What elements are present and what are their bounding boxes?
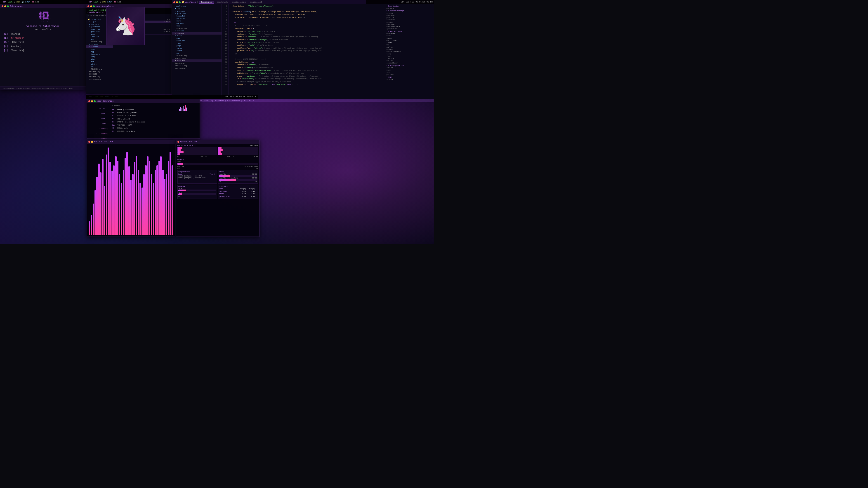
tree-app[interactable]: app <box>86 51 113 53</box>
nvim-tree-readme-p[interactable]: README.org <box>172 27 221 30</box>
rp-term[interactable]: term <box>384 53 434 55</box>
nvim-tree-flakelock[interactable]: flake.lock <box>172 57 221 59</box>
rp-wmtype[interactable]: wmType <box>384 46 434 48</box>
neo-min[interactable] <box>91 100 93 102</box>
rp-timezone[interactable]: timezone <box>384 19 434 21</box>
tree-pkgs[interactable]: pkgs <box>86 58 113 60</box>
rp-nx-system[interactable]: system <box>384 67 434 69</box>
rp-bootmode[interactable]: bootMode <box>384 23 434 26</box>
tree-license[interactable]: LICENSE <box>86 73 113 75</box>
code-ln26: theme = "wunicorn-yt"; # selected theme … <box>230 75 382 77</box>
neo-close[interactable] <box>88 100 90 102</box>
rp-fontpkg[interactable]: fontPkg <box>384 57 434 60</box>
rp-locale[interactable]: locale <box>384 21 434 23</box>
fm-max[interactable] <box>93 5 95 7</box>
nvim-code[interactable]: description = "Flake of LibrePhoenix"; o… <box>228 4 384 99</box>
neo-max[interactable] <box>94 100 96 102</box>
nvim-tree-patches-dir[interactable]: ▸ patches <box>172 10 221 12</box>
sysmon-close[interactable] <box>178 141 179 143</box>
rp-profile[interactable]: profile <box>384 17 434 19</box>
tree-readme-top[interactable]: README.org <box>86 75 113 78</box>
rp-pkgs-system[interactable]: system <box>384 78 434 80</box>
nvim-tree-pkgs2[interactable]: pkgs <box>172 44 221 47</box>
nvim-tab-flakenix[interactable]: flake.nix <box>199 1 214 4</box>
nvim-min[interactable] <box>176 1 178 3</box>
nvim-tree-installsh[interactable]: install.sh <box>172 67 221 69</box>
code-ln29: wmType = if (wm == "hyprland") then "way… <box>230 83 382 86</box>
nvim-tab-installsh[interactable]: install.sh <box>248 1 264 3</box>
rp-system[interactable]: system <box>384 12 434 14</box>
nvim-tree-profiles[interactable]: ▾ profiles <box>172 12 221 15</box>
rp-bootmountpath[interactable]: bootMountPath <box>384 26 434 28</box>
fm-close[interactable] <box>88 5 89 7</box>
nvim-tab-installorg[interactable]: install.org <box>230 1 247 3</box>
rp-hostname[interactable]: hostname <box>384 14 434 17</box>
nvim-tree-style2[interactable]: style <box>172 50 221 52</box>
max-btn[interactable] <box>7 5 9 7</box>
qb-link-search[interactable]: [o] [Search] <box>4 32 82 36</box>
sysmon-title: System Monitor <box>180 141 197 143</box>
qb-link-newtab[interactable]: [t] [New tab] <box>4 44 82 48</box>
rp-nx-patches[interactable]: patches <box>384 73 434 76</box>
rp-dotfilesdir[interactable]: dotfilesDir <box>384 39 434 41</box>
nvim-tree-themes2[interactable]: ▾ themes <box>172 32 221 35</box>
tree-readme-main[interactable]: README.org <box>86 70 113 73</box>
tree-hardware[interactable]: hardware <box>86 53 113 55</box>
rp-name[interactable]: name <box>384 35 434 37</box>
nvim-tree-app2[interactable]: app <box>172 37 221 39</box>
viz-close[interactable] <box>88 141 90 143</box>
close-btn[interactable] <box>2 5 3 7</box>
nvim-window: 📁 .dotfiles | flake.nix harden.sh instal… <box>172 0 434 95</box>
nvim-tree-lang2[interactable]: lang <box>172 42 221 44</box>
nvim-tree-personal2[interactable]: personal <box>172 17 221 20</box>
rp-email[interactable]: email <box>384 37 434 39</box>
rp-outputs[interactable]: outputs <box>384 7 434 9</box>
rp-browser[interactable]: browser <box>384 48 434 51</box>
code-ln21: userSettings = rec { <box>230 61 382 64</box>
nvim-tree-hardware2[interactable]: hardware <box>172 39 221 42</box>
nvim-tree-flakenix[interactable]: flake.nix <box>172 59 221 62</box>
nvim-tree-hardensh[interactable]: harden.sh <box>172 62 221 64</box>
nvim-tree-dotfiles[interactable]: ▾ .dotfiles <box>172 5 221 7</box>
viz-min[interactable] <box>91 141 93 143</box>
rp-spawnedit[interactable]: spawnEditor <box>384 62 434 64</box>
tree-lang[interactable]: lang <box>86 55 113 58</box>
rp-nx-name[interactable]: name <box>384 69 434 71</box>
qb-content: . . .. . . . ██╗ ██████╗ . . ██║ ██╔══██… <box>0 8 86 90</box>
rp-nx-src[interactable]: src <box>384 71 434 73</box>
nvim-close[interactable] <box>174 1 175 3</box>
nvim-tree-readme-u[interactable]: README.org <box>172 55 221 57</box>
nvim-tree-worklab2[interactable]: worklab <box>172 22 221 25</box>
tree-themes[interactable]: ▾ themes <box>86 45 113 48</box>
tree-readme-user[interactable]: README.org <box>86 68 113 70</box>
nvim-tree-git[interactable]: ▸ .git <box>172 7 221 10</box>
min-btn[interactable] <box>4 5 6 7</box>
nvim-tab-hardensh[interactable]: harden.sh <box>215 1 230 3</box>
rp-wm[interactable]: wm <box>384 44 434 46</box>
tree-style[interactable]: style <box>86 63 113 65</box>
nvim-tree-wsl2[interactable]: wsl <box>172 25 221 27</box>
rp-grubdevice[interactable]: grubDevice <box>384 28 434 30</box>
nvim-tree-homelab[interactable]: home.lab <box>172 15 221 17</box>
rp-defaultroamdir[interactable]: defaultRoamDir <box>384 51 434 53</box>
qb-link-close[interactable]: [x] [Close tab] <box>4 48 82 53</box>
nvim-tree-installorg[interactable]: install.org <box>172 64 221 67</box>
tree-desktop[interactable]: desktop.png <box>86 78 113 80</box>
tree-wm[interactable]: wm <box>86 65 113 68</box>
fm-prompt-sym: $ <box>88 14 89 17</box>
nvim-tree-wm2[interactable]: wm <box>172 52 221 55</box>
qb-link-history[interactable]: [S h] [History] <box>4 40 82 44</box>
tree-shell[interactable]: shell <box>86 60 113 63</box>
rp-editor[interactable]: editor <box>384 60 434 62</box>
rp-username[interactable]: username <box>384 33 434 35</box>
nvim-tree-system2[interactable]: ▸ system <box>172 30 221 32</box>
nvim-max[interactable] <box>179 1 181 3</box>
nvim-tree-shell2[interactable]: shell <box>172 47 221 50</box>
rp-font[interactable]: font <box>384 55 434 57</box>
qb-link-quickmarks[interactable]: [b] [Quickmarks] <box>4 36 82 40</box>
rp-theme[interactable]: theme <box>384 41 434 44</box>
tree-user[interactable]: ▾ user <box>86 48 113 51</box>
nvim-tree-user2[interactable]: ▾ user <box>172 35 221 37</box>
fm-min[interactable] <box>90 5 92 7</box>
nvim-tree-work2[interactable]: work <box>172 20 221 22</box>
